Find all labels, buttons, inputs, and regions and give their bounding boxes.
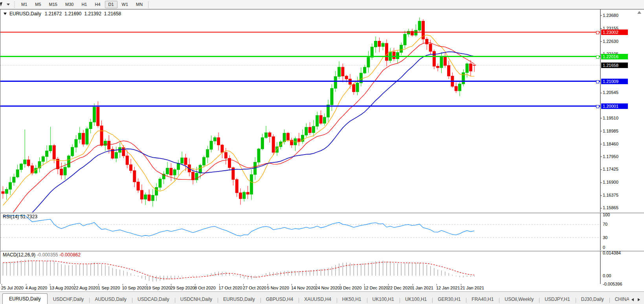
macd-name: MACD(12,26,9) bbox=[3, 252, 35, 258]
chart-tab-eurusd-daily[interactable]: EURUSD,Daily bbox=[2, 293, 48, 304]
time-axis-label: 12 Dec 2020 bbox=[364, 286, 388, 290]
price-axis-tick bbox=[600, 182, 602, 183]
price-axis-label: 1.18985 bbox=[603, 129, 618, 133]
ma-mid-line bbox=[3, 42, 475, 212]
level-price-badge-1.23002: 1.23002 bbox=[601, 29, 628, 35]
timeframe-button-m1[interactable]: M1 bbox=[18, 1, 31, 8]
macd-signal-value: -0.000862 bbox=[59, 252, 81, 258]
time-axis-label: 19 Sep 2020 bbox=[146, 286, 171, 290]
macd-pane[interactable]: MACD(12,26,9) -0.000355 -0.000862 0.0143… bbox=[0, 251, 644, 285]
scale-arrow-icon[interactable] bbox=[637, 11, 641, 14]
chart-tab-fra40-h1[interactable]: FRA40,H1 bbox=[466, 295, 499, 304]
price-chart-pane[interactable]: EURUSD,Daily 1.21672 1.21690 1.21392 1.2… bbox=[0, 9, 644, 212]
time-axis-label: 29 Sep 2020 bbox=[171, 286, 195, 290]
price-axis-label: 1.16375 bbox=[603, 193, 618, 197]
price-axis-tick bbox=[600, 28, 602, 29]
time-axis-label: 1 Jan 2021 bbox=[412, 286, 433, 290]
tab-scroll-buttons bbox=[629, 298, 644, 304]
candles bbox=[2, 17, 476, 206]
ma-slow-line bbox=[3, 52, 475, 212]
tabs-scroll-left-icon[interactable] bbox=[631, 298, 634, 301]
timeframe-button-h4[interactable]: H4 bbox=[91, 1, 104, 8]
price-axis-label: 1.15865 bbox=[603, 205, 618, 210]
chart-title: EURUSD,Daily 1.21672 1.21690 1.21392 1.2… bbox=[4, 11, 121, 17]
rsi-canvas[interactable] bbox=[0, 213, 644, 251]
price-axis-tick bbox=[600, 170, 602, 170]
timeframe-button-m30[interactable]: M30 bbox=[62, 1, 77, 8]
time-axis-label: 14 Nov 2020 bbox=[291, 286, 316, 290]
price-axis-label: 1.18460 bbox=[603, 142, 618, 146]
price-axis-tick bbox=[600, 15, 602, 16]
ohlc-close: 1.21658 bbox=[104, 11, 121, 17]
price-axis-label: 1.17950 bbox=[603, 154, 618, 159]
chart-tab-uk100-h1[interactable]: UK100,H1 bbox=[367, 295, 400, 304]
chart-tab-ger30-h1[interactable]: GER30,H1 bbox=[432, 295, 466, 304]
price-axis-tick bbox=[600, 118, 602, 118]
chart-tab-hk50-h1[interactable]: HK50,H1 bbox=[337, 295, 367, 304]
cursor-tool-icon[interactable] bbox=[0, 2, 6, 8]
time-axis-label: 24 Nov 2020 bbox=[316, 286, 340, 290]
macd-axis-label: -0.005396 bbox=[603, 282, 622, 286]
price-axis-tick bbox=[600, 93, 602, 93]
time-axis-label: 1 Sep 2020 bbox=[98, 286, 120, 290]
line-anchor-square[interactable] bbox=[596, 80, 599, 83]
chart-tab-gbpusd-h4[interactable]: GBPUSD,H4 bbox=[261, 295, 299, 304]
line-anchor-square[interactable] bbox=[596, 55, 599, 59]
toolbar-separator bbox=[148, 1, 149, 8]
price-axis-label: 1.20545 bbox=[603, 90, 618, 95]
tabs-scroll-right-icon[interactable] bbox=[638, 298, 640, 301]
time-axis-label: 17 Oct 2020 bbox=[219, 286, 242, 290]
rsi-axis-label: 100 bbox=[603, 212, 610, 217]
rsi-line bbox=[3, 216, 475, 236]
chart-tab-usdjpy-h1[interactable]: USDJPY,H1 bbox=[539, 295, 575, 304]
chart-tab-usoil-weekly[interactable]: USOil,Weekly bbox=[499, 295, 539, 304]
chart-tab-usdchf-daily[interactable]: USDCHF,Daily bbox=[48, 295, 90, 304]
time-axis-label: 5 Nov 2020 bbox=[267, 286, 289, 290]
chart-tab-uk100-h1[interactable]: UK100,H1 bbox=[400, 295, 432, 304]
timeframe-button-m5[interactable]: M5 bbox=[31, 1, 44, 8]
level-price-badge-1.20001: 1.20001 bbox=[601, 103, 628, 109]
time-axis-label: 27 Oct 2020 bbox=[243, 286, 266, 290]
macd-canvas[interactable] bbox=[0, 251, 644, 284]
chart-tab-china300-h1[interactable]: CHINA300,H1 bbox=[609, 295, 629, 304]
chart-tab-audusd-daily[interactable]: AUDUSD,Daily bbox=[89, 295, 132, 304]
price-axis-label: 1.17425 bbox=[603, 167, 618, 171]
chart-tab-eurusd-daily[interactable]: EURUSD,Daily bbox=[218, 295, 261, 304]
timeframe-button-d1[interactable]: D1 bbox=[105, 1, 117, 8]
macd-axis-label: 0.014384 bbox=[603, 251, 621, 255]
timeframe-button-w1[interactable]: W1 bbox=[118, 1, 132, 8]
time-axis-label: 22 Dec 2020 bbox=[388, 286, 412, 290]
line-anchor-square[interactable] bbox=[596, 105, 599, 108]
price-axis-tick bbox=[600, 195, 602, 196]
chart-tab-dj30-daily[interactable]: DJ30,Daily bbox=[576, 295, 609, 304]
time-axis[interactable]: 25 Jul 20204 Aug 202013 Aug 202022 Aug 2… bbox=[0, 284, 644, 291]
rsi-pane[interactable]: RSI(14) 51.7323 10070300 bbox=[0, 213, 644, 251]
chart-tab-usdcnh-daily[interactable]: USDCNH,Daily bbox=[175, 295, 218, 304]
chart-tab-xauusd-h4[interactable]: XAUUSD,H4 bbox=[299, 295, 337, 304]
time-axis-label: 4 Aug 2020 bbox=[26, 286, 48, 290]
chart-tab-strip: EURUSD,DailyUSDCHF,DailyAUDUSD,DailyUSDC… bbox=[0, 292, 629, 304]
price-axis-tick bbox=[600, 131, 602, 131]
price-chart-canvas[interactable] bbox=[0, 9, 644, 212]
timeframe-button-mn[interactable]: MN bbox=[132, 1, 146, 8]
chart-menu-icon[interactable] bbox=[4, 13, 7, 15]
time-axis-label: 8 Oct 2020 bbox=[194, 286, 216, 290]
price-axis-tick bbox=[600, 157, 602, 157]
chart-tab-usdcad-daily[interactable]: USDCAD,Daily bbox=[132, 295, 175, 304]
current-price-badge: 1.21658 bbox=[601, 63, 628, 68]
toolbar-grip[interactable] bbox=[14, 2, 16, 8]
ohlc-open: 1.21672 bbox=[45, 11, 62, 17]
price-axis-tick bbox=[600, 208, 602, 208]
timeframe-toolbar: M1M5M15M30H1H4D1W1MN bbox=[0, 0, 644, 9]
time-axis-label: 21 Jan 2021 bbox=[461, 286, 484, 290]
ohlc-high: 1.21690 bbox=[64, 11, 81, 17]
ma-fast-line bbox=[3, 35, 475, 205]
line-anchor-square[interactable] bbox=[596, 31, 599, 34]
rsi-label: RSI(14) 51.7323 bbox=[3, 214, 37, 219]
timeframe-button-h1[interactable]: H1 bbox=[78, 1, 90, 8]
rsi-axis-label: 30 bbox=[603, 235, 607, 240]
price-axis-tick bbox=[600, 144, 602, 144]
time-axis-label: 25 Jul 2020 bbox=[1, 286, 24, 290]
timeframe-button-m15[interactable]: M15 bbox=[46, 1, 61, 8]
dropdown-caret-icon[interactable] bbox=[7, 4, 10, 6]
